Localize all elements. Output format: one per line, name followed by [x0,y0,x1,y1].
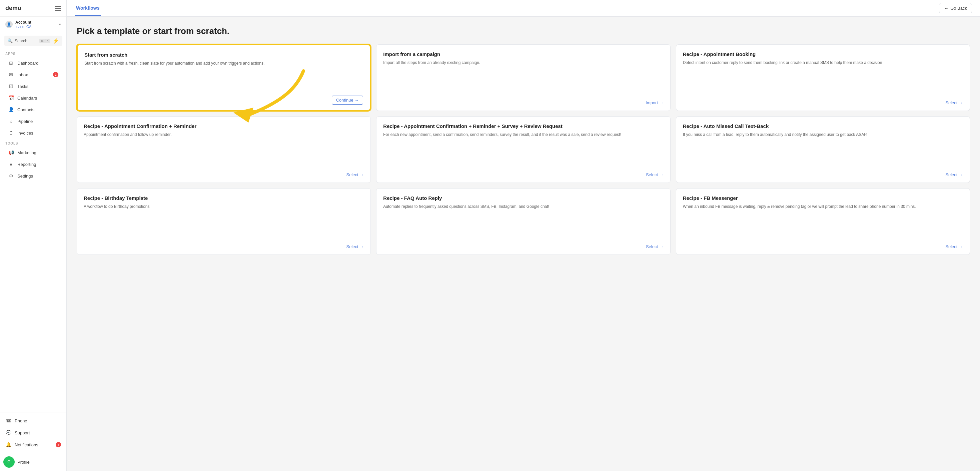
card-action-btn[interactable]: Select → [945,172,963,177]
card-title: Recipe - Appointment Booking [683,51,963,57]
phone-label: Phone [15,419,27,423]
sidebar-item-support[interactable]: 💬 Support [3,427,64,438]
sidebar-item-label: Settings [18,174,33,179]
card-action-btn[interactable]: Select → [347,244,364,249]
sidebar-item-label: Marketing [18,150,37,155]
sidebar-item-marketing[interactable]: 📢 Marketing [3,147,64,158]
sidebar-item-contacts[interactable]: 👤 Contacts [3,104,64,115]
card-action-btn[interactable]: Select → [646,172,663,177]
reporting-icon: ● [8,161,14,167]
account-name: Account [15,20,31,25]
sidebar-logo: demo [5,5,21,12]
card-description: Automate replies to frequently asked que… [383,203,663,239]
tools-section-label: Tools [0,139,66,147]
dashboard-icon: ⊞ [8,60,14,66]
hamburger-menu[interactable] [55,6,61,11]
sidebar-item-label: Inbox [18,72,28,77]
account-text: Account Irvine, CA [15,20,31,29]
support-label: Support [15,430,30,435]
avatar-row: G Profile [0,453,66,471]
card-description: Start from scratch with a fresh, clean s… [84,60,363,90]
card-action-btn[interactable]: Continue → [332,95,363,105]
topbar-actions: ← Go Back [939,3,972,13]
sidebar-item-pipeline[interactable]: ⟐ Pipeline [3,116,64,127]
sidebar-item-label: Dashboard [18,60,39,66]
card-action: Select → [84,172,364,177]
avatar[interactable]: G [3,456,15,468]
card-title: Recipe - Birthday Template [84,195,364,201]
card-recipe-birthday-template[interactable]: Recipe - Birthday Template A workflow to… [77,188,371,255]
tools-items: 📢 Marketing ● Reporting ⚙ Settings [0,147,66,182]
profile-label: Profile [18,460,30,465]
card-recipe-faq-auto-reply[interactable]: Recipe - FAQ Auto Reply Automate replies… [376,188,670,255]
sidebar-item-label: Invoices [18,130,33,136]
card-action-btn[interactable]: Select → [945,244,963,249]
card-action-btn[interactable]: Select → [646,244,663,249]
card-description: When an inbound FB message is waiting, r… [683,203,963,239]
card-recipe-auto-missed-call[interactable]: Recipe - Auto Missed Call Text-Back If y… [676,116,970,183]
card-description: Detect intent on customer reply to send … [683,60,963,95]
card-action: Select → [383,172,663,177]
settings-icon: ⚙ [8,173,14,179]
card-recipe-appointment-booking[interactable]: Recipe - Appointment Booking Detect inte… [676,44,970,111]
sidebar-item-settings[interactable]: ⚙ Settings [3,170,64,182]
card-import-from-campaign[interactable]: Import from a campaign Import all the st… [376,44,670,111]
search-icon: 🔍 [7,38,13,43]
sidebar-item-tasks[interactable]: ☑ Tasks [3,81,64,92]
card-recipe-appointment-confirmation-reminder[interactable]: Recipe - Appointment Confirmation + Remi… [77,116,371,183]
inbox-icon: ✉ [8,71,14,78]
card-start-from-scratch[interactable]: Start from scratch Start from scratch wi… [77,44,371,111]
card-title: Start from scratch [84,52,363,58]
sidebar-item-phone[interactable]: ☎ Phone [3,415,64,427]
sidebar-item-inbox[interactable]: ✉ Inbox 2 [3,69,64,80]
card-action: Select → [383,244,663,249]
support-icon: 💬 [5,430,11,436]
invoices-icon: 🗒 [8,130,14,136]
nav-items: ⊞ Dashboard ✉ Inbox 2 ☑ Tasks 📅 Calendar… [0,57,66,139]
sidebar-item-reporting[interactable]: ● Reporting [3,159,64,170]
page-title: Pick a template or start from scratch. [77,26,970,36]
account-switcher[interactable]: 👤 Account Irvine, CA ▾ [0,17,66,32]
card-action: Import → [383,100,663,105]
workflows-tab[interactable]: Workflows [75,1,101,16]
search-bar[interactable]: 🔍 Search ctrl K ⚡ [4,36,62,46]
card-action-btn[interactable]: Select → [347,172,364,177]
sidebar-item-label: Tasks [18,84,29,89]
sidebar-item-calendars[interactable]: 📅 Calendars [3,92,64,104]
search-plus-icon[interactable]: ⚡ [52,38,59,44]
card-action: Select → [683,100,963,105]
card-recipe-fb-messenger[interactable]: Recipe - FB Messenger When an inbound FB… [676,188,970,255]
content-area: Pick a template or start from scratch. S… [67,17,980,471]
card-description: Appointment confirmation and follow up r… [84,132,364,167]
bottom-nav: ☎ Phone 💬 Support 🔔 Notifications 4 [0,412,66,453]
search-shortcut: ctrl K [39,39,50,43]
go-back-arrow-icon: ← [944,6,948,11]
go-back-label: Go Back [950,6,967,11]
go-back-button[interactable]: ← Go Back [939,3,972,13]
card-action-btn[interactable]: Select → [945,100,963,105]
calendars-icon: 📅 [8,95,14,101]
card-description: Import all the steps from an already exi… [383,60,663,95]
notifications-badge: 4 [56,442,61,447]
card-title: Recipe - Auto Missed Call Text-Back [683,123,963,129]
sidebar-bottom: ☎ Phone 💬 Support 🔔 Notifications 4 G Pr… [0,412,66,471]
card-recipe-appointment-confirmation-survey[interactable]: Recipe - Appointment Confirmation + Remi… [376,116,670,183]
card-description: If you miss a call from a lead, reply to… [683,132,963,167]
sidebar-item-notifications[interactable]: 🔔 Notifications 4 [3,439,64,450]
card-action-btn[interactable]: Import → [646,100,663,105]
card-description: For each new appointment, send a confirm… [383,132,663,167]
sidebar: demo 👤 Account Irvine, CA ▾ 🔍 Search ctr… [0,0,67,471]
chevron-down-icon: ▾ [59,22,61,27]
sidebar-item-invoices[interactable]: 🗒 Invoices [3,127,64,139]
marketing-icon: 📢 [8,149,14,155]
card-action: Continue → [84,95,363,105]
account-icon: 👤 [5,21,13,28]
pipeline-icon: ⟐ [8,118,14,124]
card-action: Select → [683,244,963,249]
notifications-icon: 🔔 [5,442,11,448]
card-action: Select → [84,244,364,249]
template-grid: Start from scratch Start from scratch wi… [77,44,970,255]
contacts-icon: 👤 [8,106,14,113]
sidebar-item-dashboard[interactable]: ⊞ Dashboard [3,57,64,69]
notifications-label: Notifications [15,442,38,447]
